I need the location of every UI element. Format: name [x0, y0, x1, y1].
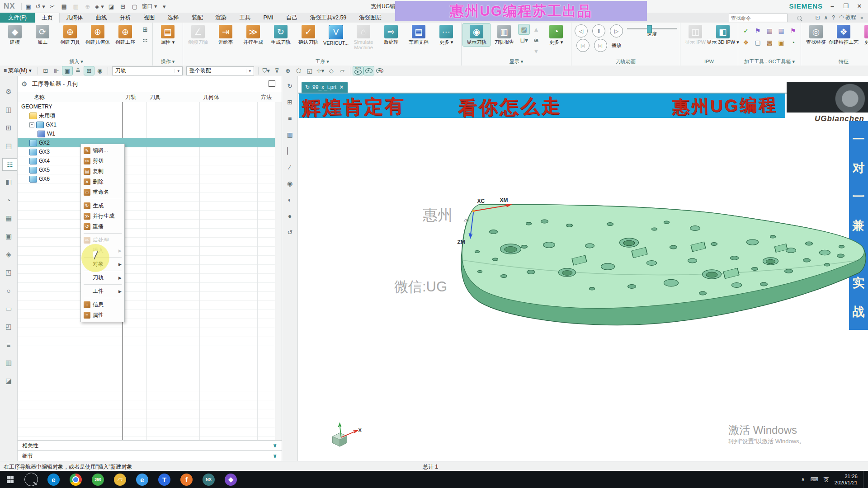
tab-自己[interactable]: 自己: [280, 13, 304, 23]
flag-p-icon[interactable]: ⚑: [788, 25, 798, 36]
grid-pen-icon[interactable]: ▦: [764, 25, 775, 36]
context-menu-item-cut[interactable]: ✂剪切: [81, 156, 124, 166]
clock[interactable]: 21:262020/1/21: [835, 473, 858, 486]
collapse-qat-icon[interactable]: ▾: [159, 2, 170, 11]
find-command-input[interactable]: [729, 15, 797, 21]
side-toolbar-icon-0[interactable]: ↻: [284, 80, 295, 91]
hexagon-icon[interactable]: ⬡: [294, 66, 304, 75]
resource-bar-icon-9[interactable]: ◈: [3, 249, 14, 260]
touch-keyboard-icon[interactable]: ⌨: [811, 476, 818, 483]
tree-row-GX6[interactable]: GX6: [18, 174, 275, 183]
context-menu-item-replay[interactable]: ↺重播: [81, 221, 124, 232]
create-geometry-button[interactable]: ⊕创建几何体: [84, 23, 111, 46]
flag-tool-icon[interactable]: ⚑: [752, 25, 763, 36]
to-start-button[interactable]: |◁: [576, 39, 590, 52]
tree-row-GX4[interactable]: GX4: [18, 156, 275, 165]
touch-icon[interactable]: ⊕: [82, 2, 93, 11]
undo-icon[interactable]: ↺ ▾: [35, 2, 46, 11]
paste-icon[interactable]: ▥: [71, 2, 81, 11]
side-toolbar-icon-2[interactable]: ≡: [284, 113, 295, 124]
tab-工具[interactable]: 工具: [233, 13, 257, 23]
resource-bar-icon-7[interactable]: ▦: [3, 212, 14, 224]
resource-bar-icon-2[interactable]: ⊞: [3, 122, 14, 134]
find-command-box[interactable]: [729, 14, 788, 22]
filter-doc-icon[interactable]: ⛉▾: [261, 66, 271, 75]
machining-button[interactable]: ⟳加工: [29, 23, 56, 46]
context-menu-item-parallel-generate[interactable]: ≫并行生成: [81, 211, 124, 221]
more-display-button[interactable]: ◔更多 ▾: [542, 23, 570, 46]
resource-bar-icon-16[interactable]: ◪: [3, 375, 14, 387]
clock-doc-icon[interactable]: ◔: [788, 37, 798, 48]
expander-icon[interactable]: −: [29, 122, 34, 127]
tree-row-GX2[interactable]: GX2: [18, 138, 275, 147]
tab-装配[interactable]: 装配: [185, 13, 209, 23]
tree-row-GEOMETRY[interactable]: GEOMETRY: [18, 102, 275, 111]
tool-display-icon[interactable]: ⊔▾: [519, 35, 529, 45]
tab-几何体[interactable]: 几何体: [60, 13, 90, 23]
footer-section-相关性[interactable]: 相关性∨: [18, 440, 282, 450]
taskbar-chrome-icon[interactable]: [70, 474, 82, 486]
tab-视图[interactable]: 视图: [137, 13, 161, 23]
context-menu-item-rename[interactable]: ▭重命名: [81, 187, 124, 197]
tab-浩强图层[interactable]: 浩强图层: [353, 13, 388, 23]
tree-row-W1[interactable]: W1: [18, 129, 275, 138]
create-grid-icon[interactable]: ⊞: [140, 24, 151, 34]
vericut-button[interactable]: VVERICUT...: [322, 23, 349, 47]
tutorial-button[interactable]: ◠ 教程: [839, 14, 856, 21]
generate-toolpath-button[interactable]: ↻生成刀轨: [267, 23, 294, 46]
taskbar-app-icon[interactable]: ◆: [225, 474, 237, 486]
tab-分析[interactable]: 分析: [113, 13, 137, 23]
to-end-button[interactable]: ▷|: [594, 39, 607, 52]
tab-PMI[interactable]: PMI: [257, 13, 279, 23]
resource-bar-icon-8[interactable]: ▣: [3, 230, 14, 242]
resource-bar-icon-15[interactable]: ▥: [3, 357, 14, 369]
footer-section-细节[interactable]: 细节∨: [18, 450, 282, 461]
snap-point-icon[interactable]: ▣: [62, 66, 72, 75]
fence-select-icon[interactable]: ≞: [73, 66, 83, 75]
shop-doc-button[interactable]: ▤车间文档: [405, 23, 432, 46]
tree-row-GX3[interactable]: GX3: [18, 147, 275, 156]
tab-主页[interactable]: 主页: [35, 13, 60, 23]
side-toolbar-icon-8[interactable]: ●: [284, 211, 295, 221]
step-back-button[interactable]: ◁: [575, 24, 588, 38]
assembly-scope-combo[interactable]: 整个装配▾: [186, 66, 254, 75]
column-header-方法[interactable]: 方法: [261, 94, 272, 101]
mcs-visibility-icon[interactable]: MCS: [353, 66, 363, 75]
chevron-down-icon[interactable]: ∨: [273, 442, 277, 449]
tree-row-GX1[interactable]: −GX1: [18, 120, 275, 129]
navigator-scrollbar[interactable]: [275, 102, 282, 440]
filter-undo-icon[interactable]: ⊽: [272, 66, 282, 75]
fullscreen-icon[interactable]: ⊡: [815, 14, 820, 21]
side-toolbar-icon-6[interactable]: ◉: [284, 178, 295, 189]
layer-up-icon[interactable]: ▲: [531, 24, 542, 34]
feed-rate-button[interactable]: ⇥进给率: [212, 23, 239, 46]
context-menu-item-information[interactable]: i信息: [81, 300, 124, 310]
column-header-刀具[interactable]: 刀具: [150, 94, 160, 101]
toolpath-combo[interactable]: 刀轨▾: [112, 66, 183, 75]
show-toolpath-button[interactable]: ◉显示刀轨: [463, 23, 490, 46]
tray-chevron-icon[interactable]: ∧: [801, 476, 805, 483]
minimize-button[interactable]: –: [826, 0, 839, 12]
resource-bar-icon-1[interactable]: ◫: [3, 104, 14, 116]
postprocess-button[interactable]: ⇨后处理: [377, 23, 405, 46]
gray-shell-icon[interactable]: ◇: [326, 66, 336, 75]
side-toolbar-icon-7[interactable]: ◐: [284, 194, 295, 205]
column-header-刀轨[interactable]: 刀轨: [125, 94, 136, 101]
context-menu-item-properties[interactable]: ≡属性: [81, 310, 124, 320]
tree-row-未用项[interactable]: 未用项: [18, 111, 275, 120]
column-header-几何体[interactable]: 几何体: [203, 94, 219, 101]
more-feature-button[interactable]: ⬒更多 ▾: [858, 23, 868, 46]
window-copy-icon[interactable]: ⊟: [118, 2, 128, 11]
select-type-icon[interactable]: ⊡: [41, 66, 51, 75]
box-target-icon[interactable]: ◱: [305, 66, 315, 75]
show-3d-ipw-button[interactable]: ◧显示 3D IPW ▾: [709, 23, 736, 46]
column-header-名称[interactable]: 名称: [34, 94, 45, 101]
taskbar-nx-icon[interactable]: NX: [203, 474, 215, 486]
help-icon[interactable]: ?: [832, 14, 835, 21]
new-window-icon[interactable]: ▢: [129, 2, 140, 11]
resource-bar-icon-4[interactable]: ☷: [2, 158, 17, 171]
context-menu-item-generate[interactable]: ↻生成: [81, 201, 124, 211]
speed-slider-thumb[interactable]: [647, 25, 652, 33]
tab-选择[interactable]: 选择: [161, 13, 185, 23]
verify-toolpath-button[interactable]: ✓确认刀轨: [295, 23, 322, 46]
